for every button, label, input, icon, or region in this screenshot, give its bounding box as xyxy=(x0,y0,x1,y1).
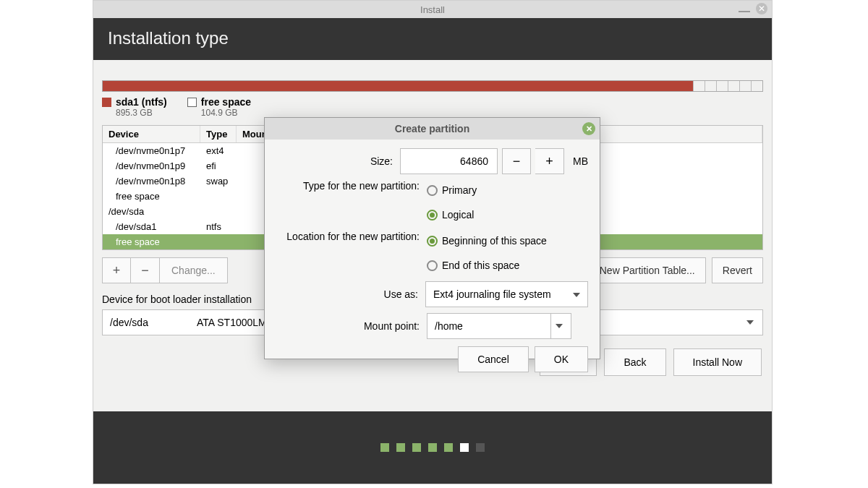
new-partition-table-button[interactable]: New Partition Table... xyxy=(589,257,706,283)
radio-logical[interactable]: Logical xyxy=(427,205,474,225)
remove-button[interactable]: − xyxy=(131,257,160,283)
progress-dot xyxy=(476,443,485,452)
create-partition-dialog: Create partition ✕ Size: − + MB Type for… xyxy=(264,117,600,359)
progress-dot xyxy=(460,443,469,452)
mount-label: Mount point: xyxy=(276,320,427,332)
revert-button[interactable]: Revert xyxy=(712,257,763,283)
size-input[interactable] xyxy=(400,148,498,174)
type-label: Type for the new partition: xyxy=(276,180,427,192)
disk-usage-bar xyxy=(102,80,763,92)
titlebar: Install ✕ xyxy=(93,1,772,18)
size-decrement-button[interactable]: − xyxy=(502,148,531,174)
ok-button[interactable]: OK xyxy=(535,346,588,372)
col-device: Device xyxy=(103,126,200,142)
size-increment-button[interactable]: + xyxy=(535,148,564,174)
progress-dots xyxy=(93,411,772,484)
useas-label: Use as: xyxy=(276,288,425,300)
size-label: Size: xyxy=(276,155,400,167)
radio-end[interactable]: End of this space xyxy=(427,255,519,275)
minimize-icon[interactable] xyxy=(739,11,750,12)
close-icon[interactable]: ✕ xyxy=(756,3,767,14)
back-button[interactable]: Back xyxy=(604,348,665,376)
cancel-button[interactable]: Cancel xyxy=(458,346,529,372)
chevron-down-icon xyxy=(550,314,571,338)
dialog-title: Create partition ✕ xyxy=(265,118,600,140)
chevron-down-icon xyxy=(573,293,580,297)
swatch-icon xyxy=(187,98,197,107)
change-button[interactable]: Change... xyxy=(160,257,228,283)
size-unit: MB xyxy=(573,155,588,167)
radio-primary[interactable]: Primary xyxy=(427,180,477,200)
progress-dot xyxy=(428,443,437,452)
mount-point-select[interactable]: /home xyxy=(427,313,571,339)
useas-select[interactable]: Ext4 journaling file system xyxy=(425,281,588,307)
page-title: Installation type xyxy=(93,18,772,60)
radio-beginning[interactable]: Beginning of this space xyxy=(427,231,547,251)
add-button[interactable]: + xyxy=(102,257,131,283)
col-type: Type xyxy=(200,126,237,142)
window-title: Install xyxy=(420,4,445,15)
swatch-icon xyxy=(102,98,111,107)
install-now-button[interactable]: Install Now xyxy=(673,348,762,376)
chevron-down-icon xyxy=(746,320,754,325)
legend-free: free space 104.9 GB xyxy=(187,96,251,118)
progress-dot xyxy=(412,443,421,452)
progress-dot xyxy=(380,443,389,452)
progress-dot xyxy=(396,443,405,452)
legend-used: sda1 (ntfs) 895.3 GB xyxy=(102,96,167,118)
location-label: Location for the new partition: xyxy=(276,231,427,242)
dialog-close-icon[interactable]: ✕ xyxy=(582,122,595,135)
progress-dot xyxy=(444,443,453,452)
disk-legend: sda1 (ntfs) 895.3 GB free space 104.9 GB xyxy=(102,96,763,118)
